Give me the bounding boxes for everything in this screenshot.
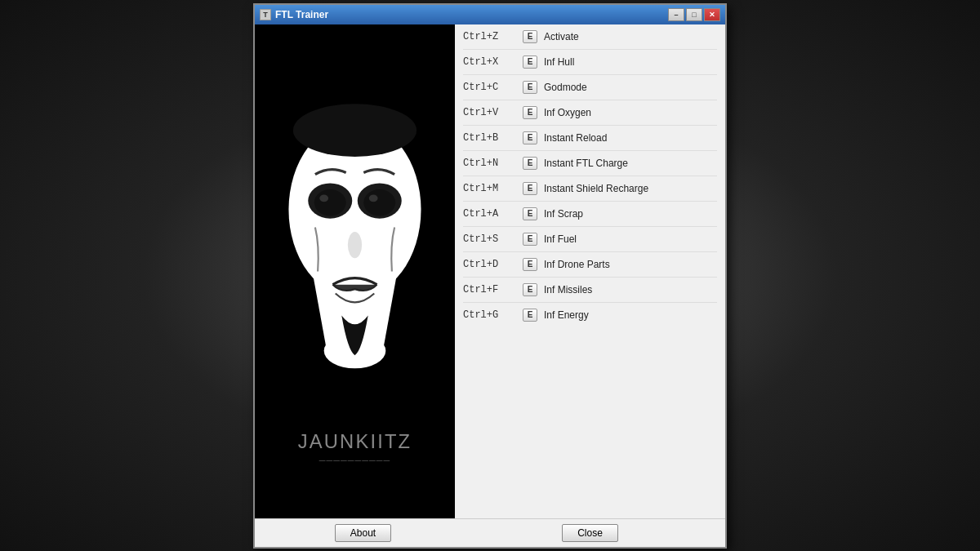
hotkey-key: Ctrl+A: [463, 208, 516, 220]
svg-point-4: [293, 104, 416, 157]
hotkey-key: Ctrl+M: [463, 183, 516, 194]
hotkey-row: Ctrl+MEInstant Shield Recharge: [463, 176, 717, 202]
cheat-label: Inf Drone Parts: [544, 259, 610, 270]
hotkey-row: Ctrl+BEInstant Reload: [463, 126, 717, 151]
svg-point-9: [363, 189, 395, 216]
cheat-label: Instant Shield Recharge: [544, 183, 648, 194]
main-window: T FTL Trainer – □ ✕: [253, 3, 727, 549]
hotkey-row: Ctrl+CEGodmode: [463, 75, 717, 100]
svg-point-6: [314, 189, 346, 216]
bottom-bar: About Close: [255, 518, 725, 547]
title-bar: T FTL Trainer – □ ✕: [255, 5, 725, 24]
cheat-label: Instant Reload: [544, 132, 607, 144]
about-panel: About: [263, 524, 463, 542]
e-badge: E: [523, 283, 537, 296]
cheat-label: Inf Fuel: [544, 233, 577, 245]
e-badge: E: [523, 30, 537, 43]
mask-image: JAUNKIITZ ──────────: [255, 24, 455, 518]
close-panel: Close: [463, 524, 717, 542]
cheat-label: Inf Energy: [544, 309, 589, 321]
hotkey-row: Ctrl+ZEActivate: [463, 24, 717, 50]
about-button[interactable]: About: [335, 524, 391, 542]
hotkey-key: Ctrl+B: [463, 132, 516, 144]
hotkey-row: Ctrl+DEInf Drone Parts: [463, 252, 717, 278]
hotkey-key: Ctrl+S: [463, 233, 516, 245]
svg-text:JAUNKIITZ: JAUNKIITZ: [298, 429, 412, 451]
e-badge: E: [523, 131, 537, 144]
hotkey-key: Ctrl+N: [463, 158, 516, 169]
cheat-label: Inf Missiles: [544, 284, 592, 295]
cheat-label: Inf Hull: [544, 56, 574, 68]
cheat-label: Godmode: [544, 82, 587, 93]
e-badge: E: [523, 258, 537, 271]
svg-text:──────────: ──────────: [318, 455, 390, 465]
e-badge: E: [523, 81, 537, 94]
e-badge: E: [523, 309, 537, 322]
hotkey-row: Ctrl+XEInf Hull: [463, 50, 717, 75]
title-bar-left: T FTL Trainer: [260, 9, 328, 20]
window-controls: – □ ✕: [668, 8, 720, 21]
hotkey-key: Ctrl+C: [463, 82, 516, 93]
svg-point-7: [319, 194, 328, 202]
cheat-label: Inf Oxygen: [544, 107, 591, 118]
minimize-button[interactable]: –: [668, 8, 684, 21]
hotkey-row: Ctrl+GEInf Energy: [463, 303, 717, 327]
hotkey-key: Ctrl+V: [463, 107, 516, 118]
e-badge: E: [523, 233, 537, 246]
cheat-label: Activate: [544, 31, 579, 42]
hotkey-row: Ctrl+AEInf Scrap: [463, 202, 717, 227]
restore-button[interactable]: □: [686, 8, 702, 21]
e-badge: E: [523, 56, 537, 69]
left-panel: JAUNKIITZ ──────────: [255, 24, 455, 518]
hotkey-row: Ctrl+FEInf Missiles: [463, 278, 717, 303]
right-panel: Ctrl+ZEActivateCtrl+XEInf HullCtrl+CEGod…: [455, 24, 725, 518]
e-badge: E: [523, 207, 537, 220]
hotkey-key: Ctrl+X: [463, 56, 516, 68]
hotkey-row: Ctrl+VEInf Oxygen: [463, 100, 717, 126]
hotkey-key: Ctrl+G: [463, 309, 516, 321]
e-badge: E: [523, 106, 537, 119]
close-button[interactable]: Close: [562, 524, 618, 542]
window-title: FTL Trainer: [275, 9, 328, 20]
hotkey-key: Ctrl+D: [463, 259, 516, 270]
close-window-button[interactable]: ✕: [704, 8, 720, 21]
cheat-label: Inf Scrap: [544, 208, 583, 220]
hotkey-key: Ctrl+F: [463, 284, 516, 295]
hotkey-row: Ctrl+SEInf Fuel: [463, 227, 717, 252]
svg-point-11: [348, 231, 362, 257]
svg-point-10: [369, 194, 378, 202]
main-content: JAUNKIITZ ────────── Ctrl+ZEActivateCtrl…: [255, 24, 725, 518]
hotkey-key: Ctrl+Z: [463, 31, 516, 42]
hotkey-row: Ctrl+NEInstant FTL Charge: [463, 151, 717, 176]
window-icon: T: [260, 9, 271, 20]
e-badge: E: [523, 157, 537, 170]
cheat-label: Instant FTL Charge: [544, 158, 628, 169]
e-badge: E: [523, 182, 537, 195]
